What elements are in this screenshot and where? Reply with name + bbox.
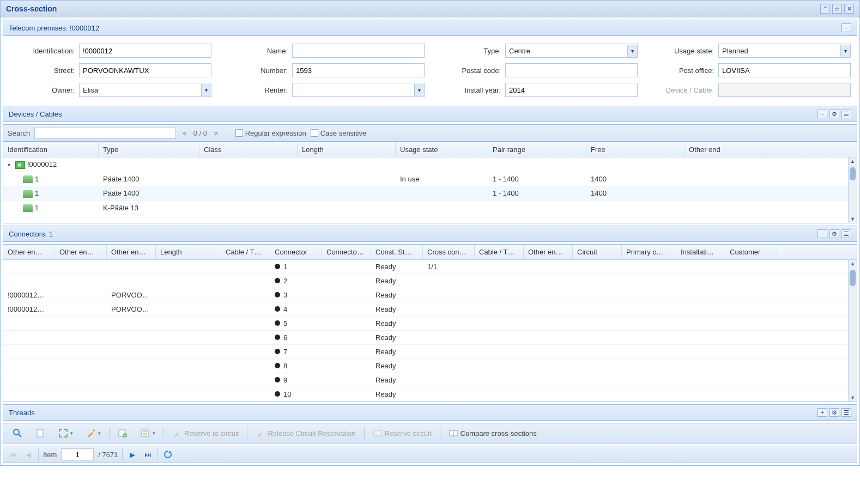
match-counter: 0 / 0 — [193, 129, 207, 137]
column-header[interactable]: Other end — [685, 142, 766, 157]
collapse-up-icon[interactable]: ⌃ — [820, 4, 830, 14]
column-header[interactable]: Primary c… — [622, 245, 676, 259]
column-header[interactable]: Free — [586, 142, 685, 157]
table-row[interactable]: 1Pääte 14001 - 14001400 — [3, 186, 857, 201]
window-title: Cross-section — [6, 4, 57, 13]
cross-section-window: Cross-section ⌃ ☆ ✕ Telecom premises: !0… — [0, 0, 860, 466]
column-header[interactable]: Cross con… — [423, 245, 475, 259]
form-add-button[interactable]: + — [113, 426, 132, 441]
usage-state-combo[interactable]: Planned▾ — [718, 44, 851, 58]
column-header[interactable]: Length — [298, 142, 396, 157]
list-icon[interactable]: ☰ — [841, 229, 851, 238]
next-match-button[interactable]: > — [211, 129, 220, 137]
label-identification: Identification: — [9, 47, 75, 55]
prev-page-button[interactable]: ◀ — [23, 449, 34, 460]
minimize-icon[interactable]: − — [817, 110, 827, 118]
column-header[interactable]: Other en… — [107, 245, 156, 259]
column-header[interactable]: Pair range — [488, 142, 586, 157]
expand-button[interactable]: ▾ — [53, 426, 78, 441]
status-dot-icon — [275, 391, 280, 397]
scrollbar[interactable]: ▲ ▼ — [848, 157, 857, 223]
identification-field[interactable] — [79, 44, 211, 58]
post-office-field[interactable] — [718, 63, 851, 77]
list-icon[interactable]: ☰ — [841, 408, 851, 417]
pin-icon[interactable]: ☆ — [832, 4, 842, 14]
refresh-button[interactable] — [162, 449, 173, 460]
table-row[interactable]: 1Ready1/1 — [3, 260, 857, 274]
postal-field[interactable] — [505, 63, 638, 77]
gear-icon[interactable]: ⚙ — [829, 408, 839, 417]
minimize-icon[interactable]: − — [841, 23, 851, 32]
column-header[interactable]: Other en… — [524, 245, 573, 259]
column-header[interactable]: Identification — [3, 142, 99, 157]
pager: ⏮ ◀ Item / 7671 ▶ ⏭ — [3, 446, 857, 463]
release-reservation-button[interactable]: Release Circuit Reservation — [251, 426, 360, 441]
table-row[interactable]: 9Ready — [3, 373, 857, 387]
add-icon[interactable]: + — [817, 408, 827, 417]
scroll-down-icon[interactable]: ▼ — [849, 394, 857, 402]
devices-section-header: Devices / Cables − ⚙ ☰ — [3, 106, 857, 122]
column-header[interactable]: Const. St… — [371, 245, 423, 259]
tree-toggle-icon[interactable]: ▾ — [8, 162, 13, 168]
separator — [109, 427, 110, 439]
column-header[interactable]: Type — [99, 142, 199, 157]
table-row[interactable]: 6Ready — [3, 331, 857, 345]
search-input[interactable] — [34, 127, 176, 139]
next-page-button[interactable]: ▶ — [127, 449, 138, 460]
scroll-down-icon[interactable]: ▼ — [849, 215, 857, 223]
table-row[interactable]: 1K-Pääte 13 — [3, 201, 857, 216]
table-row[interactable]: 8Ready — [3, 359, 857, 373]
new-doc-button[interactable] — [31, 426, 50, 441]
table-row[interactable]: !0000012…PORVOO…3Ready — [3, 288, 857, 302]
tree-root-row[interactable]: ▾!0000012 — [3, 157, 857, 172]
column-header[interactable]: Usage state — [396, 142, 488, 157]
column-header[interactable]: Connecto… — [322, 245, 371, 259]
column-header[interactable]: Other en… — [55, 245, 107, 259]
table-row[interactable]: 1Pääte 1400In use1 - 14001400 — [3, 172, 857, 187]
zoom-button[interactable] — [8, 426, 27, 441]
type-combo[interactable]: Centre▾ — [505, 44, 638, 58]
reserve-to-circuit-button[interactable]: Reserve to circuit — [167, 426, 244, 441]
column-header[interactable]: Cable / T… — [221, 245, 270, 259]
scrollbar[interactable]: ▲ ▼ — [848, 260, 857, 402]
number-field[interactable] — [292, 63, 425, 77]
regex-checkbox[interactable]: Regular expression — [235, 129, 306, 137]
column-header[interactable]: Installati… — [676, 245, 725, 259]
column-header[interactable]: Circuit — [573, 245, 622, 259]
table-row[interactable]: 2Ready — [3, 274, 857, 288]
column-header[interactable]: Cable / T… — [475, 245, 524, 259]
table-row[interactable]: 5Ready — [3, 317, 857, 331]
list-icon[interactable]: ☰ — [841, 110, 851, 118]
minimize-icon[interactable]: − — [817, 229, 827, 238]
close-icon[interactable]: ✕ — [844, 4, 854, 14]
table-row[interactable]: !0000012…PORVOO…4Ready — [3, 302, 857, 317]
list-menu-button[interactable]: ▾ — [136, 426, 160, 441]
first-page-button[interactable]: ⏮ — [8, 449, 19, 460]
table-row[interactable]: 10Ready — [3, 387, 857, 402]
scroll-thumb[interactable] — [850, 270, 856, 286]
column-header[interactable]: Other en… — [3, 245, 55, 259]
gear-icon[interactable]: ⚙ — [829, 110, 839, 118]
install-year-field[interactable] — [505, 83, 638, 97]
column-header[interactable]: Class — [199, 142, 298, 157]
compare-button[interactable]: Compare cross-sections — [444, 426, 542, 441]
column-header[interactable]: Length — [156, 245, 221, 259]
owner-combo[interactable]: Elisa▾ — [79, 83, 211, 97]
page-input[interactable] — [61, 448, 94, 460]
edit-button[interactable]: ▾ — [81, 426, 106, 441]
renter-combo[interactable]: ▾ — [292, 83, 425, 97]
scroll-thumb[interactable] — [850, 167, 856, 180]
column-header[interactable]: Connector — [270, 245, 322, 259]
table-row[interactable]: 7Ready — [3, 345, 857, 359]
street-field[interactable] — [79, 63, 211, 77]
scroll-up-icon[interactable]: ▲ — [849, 260, 857, 268]
gear-icon[interactable]: ⚙ — [829, 229, 839, 238]
case-checkbox[interactable]: Case sensitive — [311, 129, 367, 137]
prev-match-button[interactable]: < — [180, 129, 189, 137]
column-header[interactable]: Customer — [725, 245, 777, 259]
scroll-up-icon[interactable]: ▲ — [849, 157, 857, 165]
reserve-circuit-button[interactable]: Reserve circuit — [368, 426, 437, 441]
status-dot-icon — [275, 306, 280, 312]
name-field[interactable] — [292, 44, 425, 58]
last-page-button[interactable]: ⏭ — [142, 449, 153, 460]
